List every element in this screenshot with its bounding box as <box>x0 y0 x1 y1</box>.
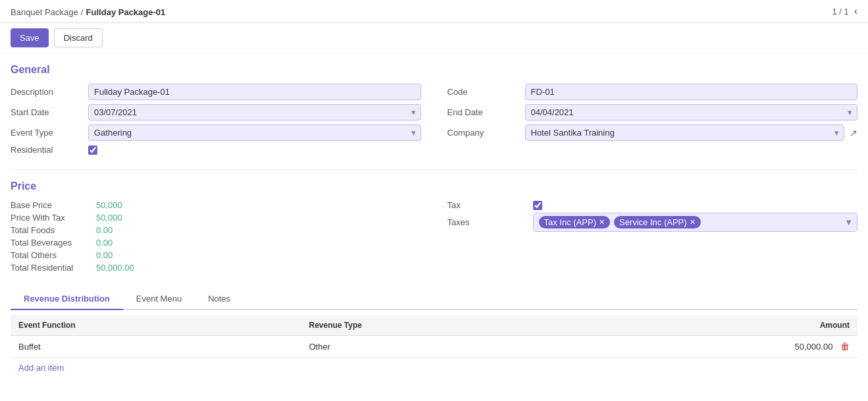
table-header: Event Function Revenue Type Amount <box>11 315 857 336</box>
taxes-label: Taxes <box>447 217 533 227</box>
price-section-title: Price <box>11 180 857 192</box>
base-price-row: Base Price 50,000 <box>11 200 421 210</box>
company-label: Company <box>447 128 520 138</box>
total-others-value: 0.00 <box>96 250 113 260</box>
description-input[interactable] <box>88 84 421 100</box>
table-body: Buffet Other 50,000.00 🗑 <box>11 336 857 358</box>
top-right-nav: 1 / 1 ‹ <box>832 5 857 17</box>
pagination-text: 1 / 1 <box>832 7 848 16</box>
price-with-tax-row: Price With Tax 50,000 <box>11 213 421 223</box>
end-date-wrapper: 04/04/2021 <box>525 104 858 120</box>
tax-tag-0-remove[interactable]: ✕ <box>599 218 605 227</box>
start-date-wrapper: 03/07/2021 <box>88 104 421 120</box>
event-type-select[interactable]: Gathering <box>88 124 421 141</box>
prev-arrow-icon[interactable]: ‹ <box>854 5 857 17</box>
price-with-tax-value: 50,000 <box>96 213 122 223</box>
save-button[interactable]: Save <box>11 28 49 47</box>
price-left: Base Price 50,000 Price With Tax 50,000 … <box>11 200 421 275</box>
code-row: Code <box>447 84 858 100</box>
breadcrumb-parent: Banquet Package <box>11 7 78 17</box>
main-content: General Description Start Date 03/07/202… <box>0 53 868 388</box>
base-price-value: 50,000 <box>96 200 122 210</box>
company-input-group: Hotel Santika Training ↗ <box>525 124 858 141</box>
discard-button[interactable]: Discard <box>54 28 103 47</box>
company-select-wrapper: Hotel Santika Training <box>525 124 845 141</box>
total-beverages-label: Total Beverages <box>11 238 96 248</box>
taxes-row: Taxes Tax Inc (APP) ✕ Service Inc (APP) … <box>447 213 858 232</box>
add-item-link[interactable]: Add an item <box>11 358 72 378</box>
taxes-input-wrapper[interactable]: Tax Inc (APP) ✕ Service Inc (APP) ✕ ▼ <box>533 213 858 232</box>
tab-revenue-distribution[interactable]: Revenue Distribution <box>11 288 123 310</box>
total-others-row: Total Others 0.00 <box>11 250 421 260</box>
end-date-row: End Date 04/04/2021 <box>447 104 858 120</box>
residential-checkbox-wrapper <box>88 146 97 155</box>
tax-row: Tax <box>447 200 858 210</box>
tabs-bar: Revenue Distribution Event Menu Notes <box>11 288 857 310</box>
breadcrumb-current: Fullday Package-01 <box>86 7 166 17</box>
section-divider-1 <box>11 169 857 170</box>
taxes-dropdown-arrow-icon: ▼ <box>844 217 853 227</box>
price-with-tax-label: Price With Tax <box>11 213 96 223</box>
code-label: Code <box>447 87 520 97</box>
tax-tag-0: Tax Inc (APP) ✕ <box>539 216 610 228</box>
description-row: Description <box>11 84 421 100</box>
tax-tag-1: Service Inc (APP) ✕ <box>614 216 701 228</box>
start-date-row: Start Date 03/07/2021 <box>11 104 421 120</box>
table-header-row: Event Function Revenue Type Amount <box>11 315 857 336</box>
company-row: Company Hotel Santika Training ↗ <box>447 124 858 141</box>
start-date-label: Start Date <box>11 107 83 117</box>
cell-revenue-type: Other <box>301 336 576 358</box>
total-foods-row: Total Foods 0.00 <box>11 225 421 235</box>
description-label: Description <box>11 87 83 97</box>
event-type-wrapper: Gathering <box>88 124 421 141</box>
col-amount: Amount <box>575 315 857 336</box>
top-bar: Banquet Package / Fullday Package-01 1 /… <box>0 0 868 23</box>
residential-row: Residential <box>11 145 421 155</box>
total-foods-label: Total Foods <box>11 225 96 235</box>
general-left: Description Start Date 03/07/2021 Event … <box>11 84 421 159</box>
cell-event-function: Buffet <box>11 336 301 358</box>
tab-notes[interactable]: Notes <box>195 288 243 310</box>
tax-label: Tax <box>447 200 533 210</box>
price-grid: Base Price 50,000 Price With Tax 50,000 … <box>11 200 857 275</box>
residential-label: Residential <box>11 145 83 155</box>
start-date-select[interactable]: 03/07/2021 <box>88 104 421 120</box>
residential-checkbox[interactable] <box>88 146 97 155</box>
total-foods-value: 0.00 <box>96 225 113 235</box>
tax-tag-1-remove[interactable]: ✕ <box>690 218 696 227</box>
total-residential-value: 50,000.00 <box>96 263 134 273</box>
event-type-row: Event Type Gathering <box>11 124 421 141</box>
company-select[interactable]: Hotel Santika Training <box>525 124 845 141</box>
cell-amount: 50,000.00 🗑 <box>575 336 857 358</box>
breadcrumb-separator: / <box>81 7 84 17</box>
total-residential-label: Total Residential <box>11 263 96 273</box>
total-beverages-row: Total Beverages 0.00 <box>11 238 421 248</box>
tax-tag-1-label: Service Inc (APP) <box>619 217 687 227</box>
end-date-select[interactable]: 04/04/2021 <box>525 104 858 120</box>
tax-checkbox-wrapper <box>533 201 542 210</box>
tax-checkbox[interactable] <box>533 201 542 210</box>
price-right: Tax Taxes Tax Inc (APP) ✕ Service Inc (A… <box>447 200 858 275</box>
col-event-function: Event Function <box>11 315 301 336</box>
revenue-distribution-table: Event Function Revenue Type Amount Buffe… <box>11 315 857 358</box>
company-external-link-icon[interactable]: ↗ <box>850 128 857 138</box>
delete-row-icon[interactable]: 🗑 <box>840 341 850 352</box>
code-input[interactable] <box>525 84 858 100</box>
tax-tag-0-label: Tax Inc (APP) <box>544 217 596 227</box>
total-others-label: Total Others <box>11 250 96 260</box>
toolbar: Save Discard <box>0 23 868 53</box>
tab-event-menu[interactable]: Event Menu <box>123 288 195 310</box>
total-residential-row: Total Residential 50,000.00 <box>11 263 421 273</box>
general-section-title: General <box>11 64 857 76</box>
general-right: Code End Date 04/04/2021 Company Hotel S… <box>447 84 858 159</box>
col-revenue-type: Revenue Type <box>301 315 576 336</box>
end-date-label: End Date <box>447 107 520 117</box>
breadcrumb: Banquet Package / Fullday Package-01 <box>11 6 165 17</box>
total-beverages-value: 0.00 <box>96 238 113 248</box>
base-price-label: Base Price <box>11 200 96 210</box>
table-row: Buffet Other 50,000.00 🗑 <box>11 336 857 358</box>
event-type-label: Event Type <box>11 128 83 138</box>
